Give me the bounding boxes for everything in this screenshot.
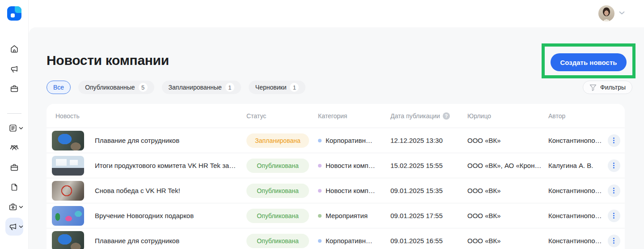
sidebar-item-news-active[interactable] — [5, 218, 23, 236]
tab-label: Все — [53, 84, 64, 91]
sidebar-item-documents[interactable] — [5, 178, 23, 196]
status-badge: Запланирована — [246, 133, 309, 148]
tab-all[interactable]: Все — [47, 81, 71, 94]
category-label: Корпоративн… — [326, 137, 373, 144]
news-title: Вручение Новогодних подарков — [95, 212, 194, 219]
legal-entity: ООО «ВК» — [467, 137, 548, 144]
page-title: Новости компании — [47, 53, 169, 68]
tab-label: Опубликованные — [85, 84, 135, 91]
publish-date: 09.01.2025 16:55 — [390, 237, 467, 245]
legal-entity: ООО «ВК» — [467, 237, 548, 245]
table-row[interactable]: Вручение Новогодних подарков Опубликован… — [47, 203, 625, 228]
author: Константинопо… — [548, 237, 603, 245]
category-dot — [318, 139, 322, 142]
category-label: Новости комп… — [326, 187, 375, 194]
tab-published[interactable]: Опубликованные 5 — [78, 81, 154, 94]
status-badge: Опубликована — [246, 234, 309, 248]
app-logo[interactable] — [7, 6, 21, 21]
news-thumbnail — [52, 231, 84, 249]
news-thumbnail — [52, 181, 84, 201]
status-badge: Опубликована — [246, 159, 309, 173]
tab-count-badge: 5 — [139, 83, 148, 92]
home-icon — [9, 44, 19, 54]
row-menu-button[interactable] — [608, 159, 620, 172]
help-icon[interactable]: ? — [443, 112, 450, 120]
tab-label: Запланированные — [169, 84, 222, 91]
row-menu-button[interactable] — [608, 134, 620, 147]
briefcase-icon — [9, 163, 19, 172]
topbar — [29, 0, 644, 27]
category-label: Мероприятия — [326, 212, 368, 219]
col-status: Статус — [246, 112, 318, 120]
chevron-down-icon — [19, 225, 23, 228]
news-title: Итоги продуктового комитета VK HR Tek за… — [95, 162, 236, 169]
megaphone-icon — [8, 222, 18, 232]
news-title: Снова победа с VK HR Tek! — [95, 187, 180, 194]
category-dot — [318, 239, 322, 243]
table-row[interactable]: Плавание для сотрудников Запланирована К… — [47, 128, 625, 153]
legal-entity: ООО «ВК», АО «Крон… — [467, 162, 548, 169]
publish-date: 09.01.2025 15:35 — [390, 187, 467, 194]
file-icon — [9, 182, 19, 192]
sidebar-item-team[interactable] — [5, 139, 23, 157]
filter-funnel-icon — [589, 84, 597, 91]
article-icon — [8, 123, 18, 133]
category-dot — [318, 189, 322, 193]
main-content: Новости компании Создать новость Все Опу… — [29, 27, 644, 249]
author: Калугина А. В. — [548, 162, 603, 169]
news-table: Новость Статус Категория Дата публикации… — [47, 104, 625, 249]
row-menu-button[interactable] — [608, 235, 620, 247]
filters-label: Фильтры — [600, 84, 626, 91]
author: Константинопо… — [548, 187, 603, 194]
sidebar-item-home[interactable] — [5, 40, 23, 58]
publish-date: 15.02.2025 15:55 — [390, 162, 467, 169]
news-thumbnail — [52, 131, 84, 150]
col-category: Категория — [318, 112, 390, 120]
tab-count-badge: 1 — [290, 83, 299, 92]
col-author: Автор — [548, 112, 603, 120]
app-logo-icon — [7, 6, 21, 21]
chevron-down-icon — [19, 206, 23, 209]
publish-date: 09.01.2025 17:55 — [390, 212, 467, 219]
status-badge: Опубликована — [246, 184, 309, 198]
news-title: Плавание для сотрудников — [95, 137, 179, 144]
sidebar-divider — [7, 113, 21, 114]
filters-button[interactable]: Фильтры — [583, 81, 632, 94]
sidebar-item-workspace[interactable] — [5, 80, 23, 98]
table-row[interactable]: Итоги продуктового комитета VK HR Tek за… — [47, 153, 625, 178]
row-menu-button[interactable] — [608, 185, 620, 197]
create-news-button[interactable]: Создать новость — [551, 53, 627, 71]
legal-entity: ООО «ВК» — [467, 187, 548, 194]
col-date-label: Дата публикации — [390, 112, 440, 120]
table-header: Новость Статус Категория Дата публикации… — [47, 104, 625, 128]
sidebar-item-articles[interactable] — [5, 119, 23, 137]
chevron-down-icon — [19, 127, 23, 130]
team-icon — [9, 143, 19, 153]
sidebar-item-services[interactable] — [5, 198, 23, 216]
tab-count-badge: 1 — [225, 83, 234, 92]
publish-date: 12.12.2025 13:30 — [390, 137, 467, 144]
tab-scheduled[interactable]: Запланированные 1 — [162, 81, 241, 94]
news-title: Плавание для сотрудников — [95, 237, 179, 245]
col-legal-entity: Юрлицо — [467, 112, 548, 120]
sidebar-item-jobs[interactable] — [5, 159, 23, 176]
sidebar — [0, 0, 29, 249]
author: Константинопо… — [548, 212, 603, 219]
chevron-down-icon[interactable] — [619, 11, 625, 15]
category-dot — [318, 214, 322, 218]
tab-drafts[interactable]: Черновики 1 — [249, 81, 306, 94]
table-row[interactable]: Плавание для сотрудников Опубликована Ко… — [47, 228, 625, 249]
table-row[interactable]: Снова победа с VK HR Tek! Опубликована Н… — [47, 178, 625, 203]
row-menu-button[interactable] — [608, 210, 620, 222]
category-label: Корпоративн… — [326, 237, 373, 245]
megaphone-icon — [9, 64, 19, 74]
briefcase-icon — [9, 84, 19, 94]
category-label: Новости комп… — [326, 162, 375, 169]
legal-entity: ООО «ВК» — [467, 212, 548, 219]
status-badge: Опубликована — [246, 209, 309, 223]
sidebar-item-announcements[interactable] — [5, 60, 23, 78]
col-date: Дата публикации ? — [390, 112, 467, 120]
news-thumbnail — [52, 206, 84, 226]
category-dot — [318, 164, 322, 167]
user-avatar[interactable] — [598, 5, 614, 21]
